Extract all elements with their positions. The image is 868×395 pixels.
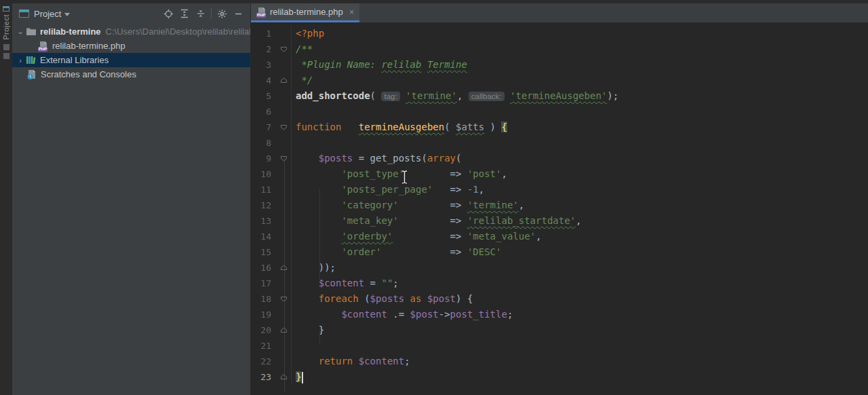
code-text[interactable]: 'meta_key' => 'relilab_startdate', — [292, 213, 581, 229]
code-text[interactable]: return $content; — [292, 354, 410, 369]
fold-marker-icon[interactable] — [277, 119, 292, 135]
chevron-right-icon[interactable]: › — [15, 56, 26, 64]
fold-gutter — [277, 26, 292, 41]
code-token: 'relilab_startdate' — [467, 215, 576, 226]
fold-gutter — [277, 198, 292, 213]
code-text[interactable]: $posts = get_posts(array( — [292, 151, 461, 166]
line-number: 21 — [251, 338, 277, 354]
editor-tab-bar: PHP relilab-termine.php × — [251, 3, 868, 22]
code-text[interactable]: *Plugin Name: relilab Termine — [292, 57, 467, 73]
code-text[interactable]: 'order' => 'DESC' — [292, 244, 501, 260]
code-text[interactable]: foreach ($posts as $post) { — [292, 291, 473, 307]
project-panel-header: Project — [12, 3, 250, 24]
code-token — [404, 293, 410, 304]
code-token — [296, 356, 319, 366]
expand-all-button[interactable] — [176, 6, 193, 21]
code-token — [296, 293, 319, 304]
line-number: 2 — [251, 41, 277, 57]
code-token: , — [536, 231, 541, 242]
code-token: => — [433, 184, 467, 195]
code-line: 17 $content = ""; — [251, 276, 868, 291]
tree-row-php-file[interactable]: PHP relilab-termine.php — [12, 39, 250, 53]
code-text[interactable] — [292, 104, 296, 119]
code-token: 'post_type' — [341, 168, 404, 179]
hide-panel-button[interactable] — [230, 6, 246, 21]
code-editor[interactable]: 1<?php2/**3 *Plugin Name: relilab Termin… — [251, 22, 868, 395]
code-token: ; — [507, 309, 513, 320]
code-text[interactable]: $content .= $post->post_title; — [292, 307, 513, 322]
fold-gutter — [277, 57, 292, 73]
fold-gutter — [277, 166, 292, 182]
line-number: 1 — [251, 26, 277, 41]
text-caret — [302, 372, 303, 383]
tree-item-label: External Libraries — [40, 55, 108, 65]
indent-guide — [319, 329, 320, 345]
fold-gutter — [277, 338, 292, 354]
code-token — [296, 231, 341, 242]
fold-marker-icon[interactable] — [277, 260, 292, 276]
collapse-all-button[interactable] — [193, 6, 209, 21]
chevron-down-icon[interactable]: ⌄ — [15, 27, 26, 36]
line-number: 13 — [251, 213, 277, 229]
code-token — [296, 309, 341, 320]
chevron-down-icon[interactable] — [64, 13, 70, 16]
favorites-toolwindow-icon[interactable] — [3, 53, 9, 59]
code-text[interactable] — [292, 338, 296, 354]
line-number: 15 — [251, 244, 277, 260]
code-token: ) — [484, 121, 501, 132]
code-token: Termine — [427, 59, 467, 70]
fold-gutter — [277, 182, 292, 198]
code-line: 20 } — [251, 322, 868, 338]
code-text[interactable]: <?php — [292, 26, 324, 41]
code-token: relilab — [381, 59, 421, 70]
code-text[interactable]: 'post_type' => 'post', — [292, 166, 507, 182]
code-token: 'termine' — [467, 200, 519, 210]
code-token: post_title — [450, 309, 507, 320]
tree-row-scratches[interactable]: Scratches and Consoles — [12, 67, 250, 81]
code-text[interactable]: function termineAusgeben( $atts ) { — [292, 119, 507, 135]
code-token: 'meta_key' — [341, 215, 398, 226]
code-text[interactable]: 'orderby' => 'meta_value', — [292, 229, 541, 244]
tree-item-label: relilab-termine — [40, 26, 101, 37]
code-text[interactable]: } — [292, 369, 303, 385]
code-token: return — [319, 356, 353, 366]
tree-row-project-root[interactable]: ⌄ relilab-termine C:\Users\Daniel\Deskto… — [12, 24, 250, 39]
code-token: $post — [427, 293, 456, 304]
indent-guide — [319, 189, 320, 282]
code-text[interactable]: 'category' => 'termine', — [292, 198, 524, 213]
fold-marker-icon[interactable] — [277, 369, 292, 385]
fold-marker-icon[interactable] — [277, 41, 292, 57]
fold-marker-icon[interactable] — [277, 73, 292, 88]
tool-window-strip-project-button[interactable]: Project — [2, 14, 10, 40]
code-text[interactable]: )); — [292, 260, 336, 276]
code-line: 8 — [251, 135, 868, 151]
fold-marker-icon[interactable] — [277, 151, 292, 166]
code-text[interactable]: add_shortcode( tag: 'termine', callback:… — [292, 88, 618, 104]
code-text[interactable]: 'posts_per_page' => -1, — [292, 182, 484, 198]
code-token — [296, 215, 341, 226]
code-text[interactable]: */ — [292, 73, 313, 88]
code-token: , — [576, 215, 581, 226]
code-token: ; — [393, 278, 398, 288]
fold-marker-icon[interactable] — [277, 322, 292, 338]
code-line: 7function termineAusgeben( $atts ) { — [251, 119, 868, 135]
tab-relilab-termine-php[interactable]: PHP relilab-termine.php × — [251, 3, 359, 22]
code-text[interactable] — [292, 135, 296, 151]
settings-gear-icon[interactable] — [214, 6, 230, 21]
code-text[interactable]: /** — [292, 41, 313, 57]
tree-row-external-libraries[interactable]: › External Libraries — [12, 53, 250, 67]
code-token: ; — [404, 356, 410, 366]
code-token: $atts — [456, 121, 484, 132]
locate-file-button[interactable] — [160, 6, 176, 21]
tree-item-label: relilab-termine.php — [52, 41, 125, 51]
code-token: { — [501, 121, 507, 132]
code-token: "" — [381, 278, 393, 288]
close-icon[interactable]: × — [349, 7, 355, 16]
line-number: 7 — [251, 119, 277, 135]
code-token — [296, 278, 319, 288]
structure-toolwindow-icon[interactable] — [3, 44, 9, 50]
fold-marker-icon[interactable] — [277, 291, 292, 307]
project-toolwindow-icon[interactable] — [3, 6, 9, 12]
fold-gutter — [277, 104, 292, 119]
code-text[interactable]: $content = ""; — [292, 276, 399, 291]
